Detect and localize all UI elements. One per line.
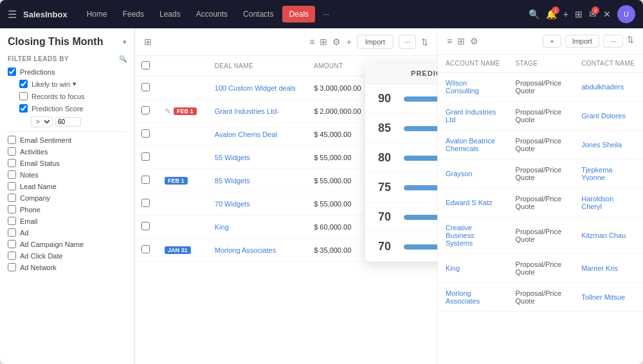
search-icon[interactable]: 🔍 [529, 9, 539, 19]
hamburger-icon[interactable]: ☰ [8, 8, 17, 21]
records-checkbox[interactable] [19, 92, 28, 100]
likely-win-checkbox[interactable] [19, 80, 28, 88]
row-checkbox-cell[interactable] [135, 100, 158, 123]
row-checkbox[interactable] [141, 245, 150, 253]
row-checkbox[interactable] [141, 106, 150, 114]
deal-name-link[interactable]: King [215, 223, 229, 231]
row-checkbox[interactable] [141, 83, 150, 91]
rph-list-icon[interactable]: ≡ [447, 36, 452, 46]
right-account-cell[interactable]: Grayson [438, 159, 508, 188]
user-avatar[interactable]: U [617, 5, 635, 23]
prediction-score-checkbox[interactable] [19, 104, 28, 113]
nav-contacts[interactable]: Contacts [237, 6, 280, 23]
row-checkbox[interactable] [141, 176, 150, 184]
more-button[interactable]: ··· [399, 35, 416, 49]
right-account-cell[interactable]: Grant Industries Ltd [438, 102, 508, 131]
right-contact-cell[interactable]: abdulkhaders [574, 73, 643, 102]
row-checkbox-cell[interactable] [135, 123, 158, 146]
nav-deals[interactable]: Deals [282, 6, 315, 23]
brand-logo: SalesInbox [23, 10, 68, 19]
row-checkbox[interactable] [141, 199, 150, 207]
right-account-cell[interactable]: Creative Business Systems [438, 217, 508, 254]
right-account-cell[interactable]: Avalon Beatrice Chemicals [438, 131, 508, 159]
deal-name-link[interactable]: 85 Widgets [215, 177, 250, 185]
filter-ad[interactable]: Ad [8, 228, 127, 237]
right-contact-cell[interactable]: Kitzman Chau [574, 217, 643, 254]
filter-records[interactable]: Records to focus [19, 92, 127, 100]
col-deal-name[interactable]: DEAL NAME [208, 56, 307, 77]
row-checkbox-cell[interactable] [135, 77, 158, 100]
settings-icon[interactable]: ✕ [603, 9, 611, 19]
row-checkbox-cell[interactable] [135, 239, 158, 262]
nav-more[interactable]: ··· [318, 7, 334, 21]
nav-home[interactable]: Home [80, 6, 114, 23]
filter-email-status[interactable]: Email Status [8, 159, 127, 167]
right-contact-cell[interactable]: Tjepkema Yvonne [574, 159, 643, 188]
rph-more-button[interactable]: ··· [603, 35, 623, 48]
list-icon[interactable]: ≡ [309, 37, 314, 47]
score-operator-select[interactable]: ><= [31, 116, 53, 127]
left-sidebar: Closing This Month ▾ FILTER LEADS BY 🔍 P… [0, 28, 135, 364]
filter-company[interactable]: Company [8, 194, 127, 202]
filter-notes[interactable]: Notes [8, 170, 127, 179]
filter-email[interactable]: Email [8, 217, 127, 225]
chart-icon[interactable]: ⊞ [320, 37, 327, 47]
edit-icon[interactable]: ✎ [165, 107, 171, 116]
sort-icon[interactable]: ⇅ [421, 37, 428, 47]
filter-prediction-score[interactable]: Prediction Score [19, 104, 127, 113]
settings-gear-icon[interactable]: ⚙ [332, 37, 341, 47]
rph-add-button[interactable]: + [543, 35, 561, 48]
filter-predictions[interactable]: Predictions [8, 68, 127, 76]
mail-icon[interactable]: ✉2 [589, 9, 597, 19]
score-value-input[interactable] [55, 117, 81, 127]
add-icon[interactable]: + [563, 9, 568, 19]
filter-ad-campaign[interactable]: Ad Campaign Name [8, 240, 127, 248]
nav-leads[interactable]: Leads [153, 6, 187, 23]
right-account-cell[interactable]: Edward S Katz [438, 188, 508, 217]
row-checkbox-cell[interactable] [135, 169, 158, 192]
right-contact-cell[interactable]: Tollner Mitsue [574, 283, 643, 312]
filter-ad-click[interactable]: Ad Click Date [8, 251, 127, 260]
row-checkbox[interactable] [141, 222, 150, 230]
row-checkbox-cell[interactable] [135, 192, 158, 215]
nav-feeds[interactable]: Feeds [116, 6, 150, 23]
rph-settings-icon[interactable]: ⚙ [470, 36, 478, 46]
filter-email-sentiment[interactable]: Email Sentiment [8, 136, 127, 144]
rph-chart-icon[interactable]: ⊞ [457, 36, 465, 46]
deal-name-link[interactable]: Grant Industries Ltd- [215, 107, 279, 115]
title-dropdown-icon[interactable]: ▾ [123, 38, 127, 46]
right-account-cell[interactable]: Wilson Consulting [438, 73, 508, 102]
right-contact-cell[interactable]: Jones Sheila [574, 131, 643, 159]
add-button[interactable]: + [346, 37, 351, 47]
filter-likely-win[interactable]: Likely to win ▾ [19, 80, 127, 88]
deal-name-link[interactable]: 70 Widgets [215, 200, 250, 208]
screen-icon[interactable]: ⊞ [575, 9, 583, 19]
filter-lead-name[interactable]: Lead Name [8, 182, 127, 190]
deal-name-link[interactable]: Avalon Chems Deal [215, 131, 277, 138]
rph-import-button[interactable]: Import [565, 35, 599, 48]
row-checkbox[interactable] [141, 129, 150, 138]
row-checkbox[interactable] [141, 152, 150, 161]
right-contact-cell[interactable]: Haroldson Cheryl [574, 188, 643, 217]
row-checkbox-cell[interactable] [135, 215, 158, 239]
predictions-checkbox[interactable] [8, 68, 16, 76]
right-account-cell[interactable]: Morlong Associates [438, 283, 508, 312]
col-amount[interactable]: AMOUNT [307, 56, 371, 77]
row-checkbox-cell[interactable] [135, 146, 158, 169]
right-account-cell[interactable]: King [438, 254, 508, 283]
deal-name-link[interactable]: 55 Widgets [215, 154, 250, 161]
right-contact-cell[interactable]: Grant Dolores [574, 102, 643, 131]
deal-name-link[interactable]: 100 Custom Widget deals [215, 84, 296, 92]
import-button[interactable]: Import [357, 35, 394, 49]
notifications-icon[interactable]: 🔔1 [546, 9, 557, 19]
deal-name-link[interactable]: Morlong Associates [215, 246, 276, 254]
grid-view-icon[interactable]: ⊞ [144, 37, 152, 47]
rph-sort-icon[interactable]: ⇅ [627, 35, 634, 48]
nav-accounts[interactable]: Accounts [190, 6, 234, 23]
filter-search-icon[interactable]: 🔍 [119, 55, 127, 62]
filter-activities[interactable]: Activities [8, 147, 127, 156]
filter-ad-network[interactable]: Ad Network [8, 263, 127, 271]
select-all-checkbox[interactable] [141, 61, 150, 69]
filter-phone[interactable]: Phone [8, 205, 127, 214]
right-contact-cell[interactable]: Marrier Kris [574, 254, 643, 283]
